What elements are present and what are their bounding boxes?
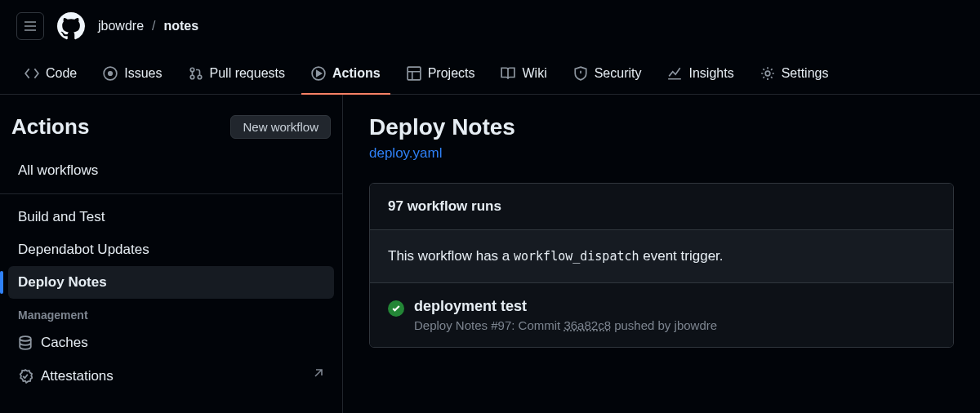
git-pull-request-icon	[189, 66, 203, 81]
tab-label: Insights	[688, 66, 733, 81]
graph-icon	[667, 66, 682, 81]
tab-wiki[interactable]: Wiki	[491, 52, 556, 94]
book-icon	[501, 66, 515, 81]
page-title: Deploy Notes	[369, 114, 954, 140]
sidebar-heading-management: Management	[8, 299, 334, 326]
breadcrumb-owner[interactable]: jbowdre	[98, 19, 144, 33]
sidebar-item-label: Caches	[41, 335, 88, 351]
sidebar-item-attestations[interactable]: Attestations	[8, 359, 334, 393]
run-workflow-name: Deploy Notes	[414, 318, 488, 332]
success-check-icon	[388, 300, 404, 317]
svg-rect-6	[408, 67, 421, 80]
sidebar-item-label: Build and Test	[18, 209, 105, 225]
tab-projects[interactable]: Projects	[397, 52, 485, 94]
tab-security[interactable]: Security	[564, 52, 652, 94]
code-icon	[24, 66, 39, 81]
sidebar-item-all-workflows[interactable]: All workflows	[8, 154, 334, 187]
tab-pull-requests[interactable]: Pull requests	[179, 52, 296, 94]
sidebar-item-label: Dependabot Updates	[18, 242, 149, 258]
gear-icon	[760, 66, 775, 81]
tab-actions[interactable]: Actions	[301, 52, 390, 94]
svg-point-4	[198, 75, 202, 79]
hamburger-icon	[24, 20, 37, 33]
tab-insights[interactable]: Insights	[657, 52, 743, 94]
sidebar-item-workflow[interactable]: Build and Test	[8, 201, 334, 233]
tab-code[interactable]: Code	[15, 52, 87, 94]
run-subtitle: Deploy Notes #97: Commit 36a82c8 pushed …	[414, 318, 717, 332]
tab-label: Code	[46, 66, 77, 81]
tab-label: Issues	[124, 66, 162, 81]
breadcrumb-sep: /	[152, 19, 155, 33]
sidebar-item-label: All workflows	[18, 162, 98, 179]
sidebar-item-workflow[interactable]: Dependabot Updates	[8, 233, 334, 266]
workflow-run-item[interactable]: deployment test Deploy Notes #97: Commit…	[370, 283, 953, 347]
sidebar-title: Actions	[11, 114, 89, 140]
issues-icon	[103, 66, 118, 81]
new-workflow-button[interactable]: New workflow	[230, 115, 331, 139]
sidebar-item-label: Attestations	[41, 368, 114, 384]
run-title: deployment test	[414, 298, 717, 315]
tab-label: Security	[595, 66, 642, 81]
run-text: : Commit	[511, 318, 564, 332]
run-text: pushed by	[611, 318, 675, 332]
run-actor: jbowdre	[675, 318, 718, 332]
run-text: deployment test Deploy Notes #97: Commit…	[414, 298, 717, 332]
info-code: workflow_dispatch	[514, 249, 639, 264]
database-icon	[18, 335, 33, 350]
breadcrumb-repo[interactable]: notes	[163, 19, 198, 33]
sidebar: Actions New workflow All workflows Build…	[0, 95, 343, 413]
breadcrumb: jbowdre / notes	[98, 19, 198, 33]
divider	[0, 193, 342, 194]
workflow-trigger-info: This workflow has a workflow_dispatch ev…	[370, 230, 953, 283]
tab-issues[interactable]: Issues	[93, 52, 172, 94]
svg-point-2	[190, 68, 194, 72]
runs-panel: 97 workflow runs This workflow has a wor…	[369, 183, 954, 348]
verified-icon	[18, 369, 33, 384]
tab-label: Projects	[428, 66, 475, 81]
tab-label: Wiki	[522, 66, 546, 81]
runs-count: 97 workflow runs	[370, 184, 953, 230]
info-text: event trigger.	[639, 248, 724, 264]
sidebar-item-label: Deploy Notes	[18, 274, 107, 291]
content: Deploy Notes deploy.yaml 97 workflow run…	[343, 95, 980, 413]
header: jbowdre / notes	[0, 0, 980, 52]
play-icon	[311, 66, 326, 81]
table-icon	[407, 66, 421, 81]
svg-point-3	[190, 75, 194, 79]
github-logo[interactable]	[57, 12, 85, 40]
main: Actions New workflow All workflows Build…	[0, 95, 980, 413]
sidebar-item-caches[interactable]: Caches	[8, 326, 334, 359]
workflow-file-link[interactable]: deploy.yaml	[369, 145, 442, 162]
tab-settings[interactable]: Settings	[751, 52, 839, 94]
repo-tabs: Code Issues Pull requests Actions Projec…	[0, 52, 980, 95]
tab-label: Actions	[332, 66, 381, 81]
svg-point-8	[20, 336, 31, 341]
commit-sha-link[interactable]: 36a82c8	[564, 318, 611, 332]
tab-label: Settings	[782, 66, 829, 81]
info-text: This workflow has a	[388, 248, 514, 264]
external-link-icon	[311, 367, 324, 384]
run-number: #97	[491, 318, 511, 332]
svg-point-7	[765, 71, 770, 76]
hamburger-menu-button[interactable]	[16, 12, 44, 40]
sidebar-item-workflow[interactable]: Deploy Notes	[8, 266, 334, 299]
svg-point-1	[109, 71, 113, 75]
shield-icon	[573, 66, 588, 81]
tab-label: Pull requests	[210, 66, 286, 81]
